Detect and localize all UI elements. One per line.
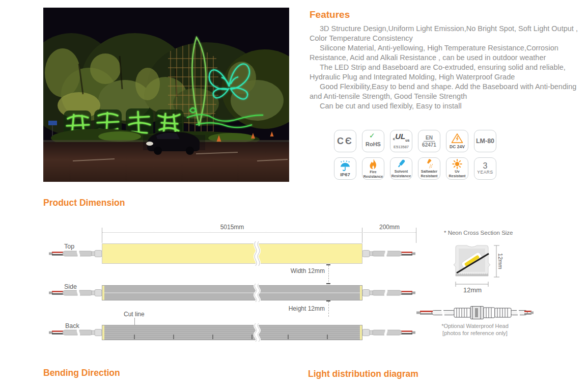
cross-section-drawing <box>451 239 504 290</box>
strip-side-highlight <box>102 292 362 293</box>
ul-mark: cULus <box>393 133 410 144</box>
power-wire-right <box>362 328 415 337</box>
cut-mark <box>173 335 174 339</box>
height-dim-line <box>328 301 329 317</box>
cut-mark <box>212 335 213 339</box>
dim-tick <box>102 228 102 243</box>
sun-icon <box>452 159 463 169</box>
cert-rohs-badge: ✓ RoHS <box>362 130 384 152</box>
cert-saltwater-badge: SaltwaterResistant <box>418 157 440 180</box>
cut-mark <box>134 335 135 339</box>
dim-tick <box>416 228 416 243</box>
dim-line <box>102 232 362 233</box>
lm80-label: LM-80 <box>476 138 494 145</box>
cert-fire-badge: FireResistance <box>362 157 384 180</box>
solvent-label: SolventResistance <box>391 170 411 178</box>
night-installation-photo-illustration <box>43 8 289 182</box>
product-dimension-title: Product Dimension <box>43 198 125 208</box>
dim-tick <box>362 228 362 243</box>
ul-file-number: E513587 <box>394 145 409 149</box>
strip-top-view <box>102 243 362 264</box>
end-cap <box>102 325 104 340</box>
en-label: EN <box>424 135 435 142</box>
tail-dimension-label: 200mm <box>362 224 416 231</box>
product-spec-page: Features 3D Structure Design,Uniform Lig… <box>0 0 588 385</box>
uv-label: UvResistant <box>449 170 466 178</box>
feature-item: Can be cut and used flexibly, Easy to in… <box>310 101 588 111</box>
dim-arrow <box>326 300 330 301</box>
cert-en62471-badge: EN 62471 <box>418 130 440 152</box>
dim-arrow <box>326 283 330 284</box>
cert-ip67-badge: IP67 <box>334 157 356 180</box>
cert-dc24v-badge: DC 24V <box>446 130 468 152</box>
cross-section-height-label: 12mm <box>497 253 503 269</box>
features-list: 3D Structure Design,Uniform Light Emissi… <box>310 24 588 111</box>
waterproof-head-connector-drawing <box>416 304 534 321</box>
product-photo <box>43 8 289 182</box>
power-wire-left <box>49 249 102 258</box>
warranty-years-number: 3 <box>483 162 488 170</box>
ip67-label: IP67 <box>340 172 350 177</box>
power-wire-left <box>49 328 102 337</box>
cross-section-title: * Neon Cross Section Size <box>444 230 513 236</box>
cut-mark <box>327 335 328 339</box>
dc24v-label: DC 24V <box>450 144 465 149</box>
bending-direction-title: Bending Direction <box>43 368 120 378</box>
warranty-years-label: YEARS <box>477 170 493 175</box>
width-dimension-label: Width 12mm <box>274 267 325 274</box>
umbrella-rain-icon <box>339 160 351 171</box>
high-voltage-triangle-icon <box>451 133 464 144</box>
certification-row-2: IP67 FireResistance SolventResistance <box>334 157 496 180</box>
check-icon: ✓ <box>369 131 375 140</box>
feature-item: Good Flexibility,Easy to bend and shape.… <box>310 82 588 101</box>
power-wire-right <box>362 249 415 258</box>
features-title: Features <box>310 9 350 20</box>
break-mark <box>253 323 261 342</box>
cut-line-label: Cut line <box>124 311 145 318</box>
break-mark <box>253 284 261 302</box>
flame-icon <box>369 158 378 170</box>
end-cap <box>360 286 362 300</box>
dim-line <box>363 232 416 233</box>
dim-arrow <box>326 264 330 265</box>
end-cap <box>102 286 104 300</box>
power-wire-left <box>49 288 102 297</box>
length-dimension-label: 5015mm <box>102 224 362 231</box>
cut-mark <box>288 335 289 339</box>
cert-ul-badge: cULus E513587 <box>390 130 412 152</box>
strip-side-view <box>102 285 362 300</box>
strip-back-view <box>102 325 362 340</box>
cert-ce-badge: CЄ <box>334 130 356 152</box>
width-dim-line <box>328 265 329 284</box>
cert-warranty-badge: 3 YEARS <box>474 157 496 180</box>
certification-row-1: CЄ ✓ RoHS cULus E513587 EN 62471 DC 24V … <box>334 130 496 152</box>
fire-label: FireResistance <box>363 170 383 179</box>
ce-mark: CЄ <box>337 136 353 147</box>
saltwater-shaker-icon <box>424 159 435 169</box>
en-number: 62471 <box>422 142 436 148</box>
feature-item: 3D Structure Design,Uniform Light Emissi… <box>310 24 588 43</box>
feature-item: The LED Strip and Baseboard are Co-extru… <box>310 63 588 82</box>
break-mark <box>253 241 261 266</box>
solvent-brush-icon <box>396 159 407 169</box>
height-dimension-label: Height 12mm <box>272 305 325 312</box>
cert-solvent-badge: SolventResistance <box>390 157 412 180</box>
cert-lm80-badge: LM-80 <box>474 130 496 152</box>
feature-item: Silicone Material, Anti-yellowing, High … <box>310 43 588 63</box>
cut-mark <box>251 335 253 339</box>
rohs-label: RoHS <box>366 141 381 147</box>
end-cap <box>360 325 362 340</box>
waterproof-head-note: *Optional Waterproof Head [photos for re… <box>412 322 538 337</box>
power-wire-right <box>362 288 415 297</box>
cross-section-width-label: 12mm <box>452 286 493 294</box>
light-distribution-title: Light distribution diagram <box>308 369 418 379</box>
cert-uv-badge: UvResistant <box>446 157 468 180</box>
saltwater-label: SaltwaterResistant <box>421 170 438 178</box>
